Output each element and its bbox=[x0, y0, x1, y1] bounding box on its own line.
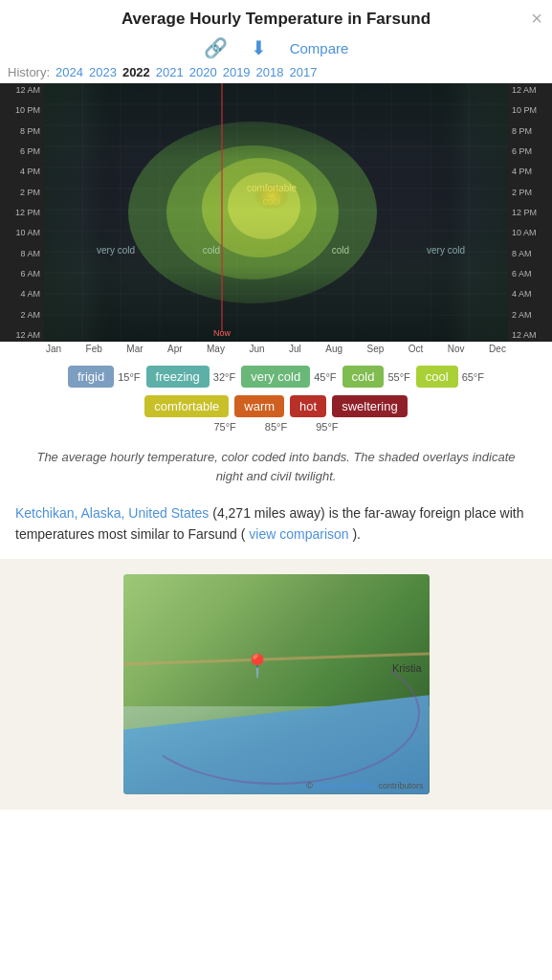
legend-frigid-temp: 15°F bbox=[118, 371, 140, 383]
legend-row-2: comfortable warm hot sweltering bbox=[0, 391, 552, 419]
legend-hot: hot bbox=[290, 395, 326, 417]
legend-freezing-temp: 32°F bbox=[213, 371, 235, 383]
map-attribution: © OpenStreetMap contributors bbox=[306, 781, 423, 791]
chart-svg: Now comfortable cool cold cold very cold… bbox=[44, 83, 508, 342]
close-button[interactable]: × bbox=[531, 8, 542, 30]
legend-cold: cold bbox=[342, 366, 385, 388]
history-year-2023[interactable]: 2023 bbox=[89, 65, 117, 79]
map-wrapper[interactable]: 📍 Kristia © OpenStreetMap contributors bbox=[123, 574, 430, 794]
chart-description: The average hourly temperature, color co… bbox=[0, 442, 552, 499]
download-icon[interactable]: ⬇ bbox=[251, 36, 267, 59]
svg-rect-10 bbox=[44, 83, 508, 342]
history-year-2021[interactable]: 2021 bbox=[156, 65, 184, 79]
toolbar: 🔗 ⬇ Compare bbox=[0, 33, 552, 65]
history-label: History: bbox=[8, 65, 50, 79]
similar-distance: (4,271 miles away) bbox=[212, 505, 325, 521]
history-year-2018[interactable]: 2018 bbox=[256, 65, 284, 79]
page-title: Average Hourly Temperature in Farsund bbox=[121, 10, 431, 28]
svg-text:cold: cold bbox=[203, 245, 220, 256]
similar-text2: ). bbox=[352, 526, 361, 542]
chart-section: 12 AM 10 PM 8 PM 6 PM 4 PM 2 PM 12 PM 10… bbox=[0, 83, 552, 356]
view-comparison-link[interactable]: view comparison bbox=[249, 526, 348, 542]
legend-row-2-temps: 75°F 85°F 95°F bbox=[0, 419, 552, 442]
svg-text:cool: cool bbox=[263, 196, 280, 207]
history-year-2022[interactable]: 2022 bbox=[122, 65, 150, 79]
history-year-2020[interactable]: 2020 bbox=[189, 65, 217, 79]
map-city-label: Kristia bbox=[392, 662, 422, 674]
map-pin: 📍 bbox=[243, 653, 272, 679]
legend-very-cold: very cold bbox=[241, 366, 310, 388]
svg-text:very cold: very cold bbox=[427, 245, 465, 256]
legend-cool: cool bbox=[416, 366, 458, 388]
map-background: 📍 Kristia © OpenStreetMap contributors bbox=[123, 574, 430, 794]
svg-text:very cold: very cold bbox=[97, 245, 135, 256]
legend-very-cold-temp: 45°F bbox=[314, 371, 336, 383]
legend-warm: warm bbox=[234, 395, 284, 417]
y-axis-right: 12 AM 10 PM 8 PM 6 PM 4 PM 2 PM 12 PM 10… bbox=[508, 83, 552, 342]
similar-city-section: Ketchikan, Alaska, United States (4,271 … bbox=[0, 499, 552, 559]
x-axis: Jan Feb Mar Apr May Jun Jul Aug Sep Oct … bbox=[0, 342, 552, 356]
legend-sweltering: sweltering bbox=[332, 395, 408, 417]
legend-cold-temp: 55°F bbox=[387, 371, 409, 383]
svg-text:Now: Now bbox=[213, 328, 232, 338]
map-arc bbox=[133, 641, 420, 785]
legend-comfortable: comfortable bbox=[144, 395, 229, 417]
history-year-2024[interactable]: 2024 bbox=[55, 65, 83, 79]
history-year-2017[interactable]: 2017 bbox=[290, 65, 318, 79]
temp-95: 95°F bbox=[316, 421, 338, 433]
temperature-chart: 12 AM 10 PM 8 PM 6 PM 4 PM 2 PM 12 PM 10… bbox=[0, 83, 552, 342]
compare-button[interactable]: Compare bbox=[290, 40, 349, 56]
legend-row-1: frigid 15°F freezing 32°F very cold 45°F… bbox=[0, 356, 552, 391]
openstreetmap-link[interactable]: OpenStreetMap bbox=[315, 781, 376, 791]
svg-text:comfortable: comfortable bbox=[247, 183, 298, 193]
legend-freezing: freezing bbox=[146, 366, 210, 388]
legend-cool-temp: 65°F bbox=[462, 371, 484, 383]
svg-text:cold: cold bbox=[332, 245, 349, 256]
map-section: 📍 Kristia © OpenStreetMap contributors bbox=[0, 559, 552, 810]
history-year-2019[interactable]: 2019 bbox=[223, 65, 251, 79]
link-icon[interactable]: 🔗 bbox=[204, 36, 228, 59]
temp-75: 75°F bbox=[213, 421, 235, 433]
legend-frigid: frigid bbox=[68, 366, 114, 388]
page-header: Average Hourly Temperature in Farsund × bbox=[0, 0, 552, 33]
temp-85: 85°F bbox=[265, 421, 287, 433]
y-axis-left: 12 AM 10 PM 8 PM 6 PM 4 PM 2 PM 12 PM 10… bbox=[0, 83, 44, 342]
history-row: History: 2024 2023 2022 2021 2020 2019 2… bbox=[0, 65, 552, 83]
similar-city-link[interactable]: Ketchikan, Alaska, United States bbox=[15, 505, 209, 521]
